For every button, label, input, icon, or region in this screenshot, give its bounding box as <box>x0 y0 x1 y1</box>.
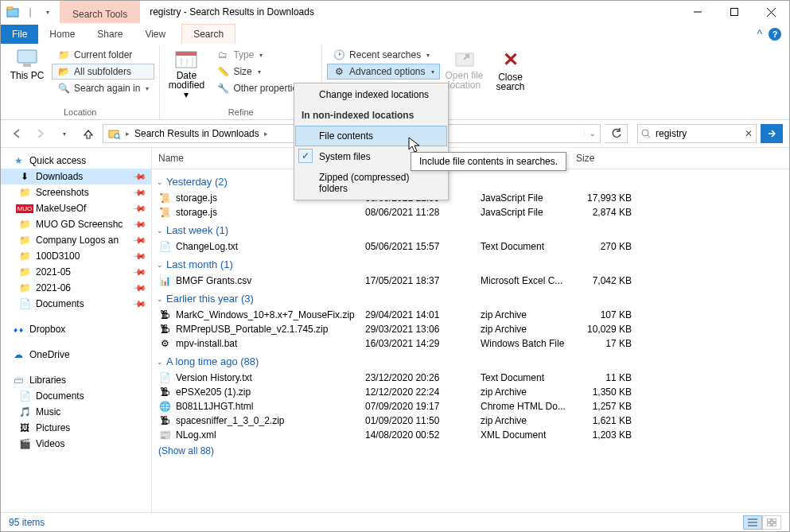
tab-view[interactable]: View <box>134 25 177 44</box>
up-button[interactable] <box>79 124 98 143</box>
collapse-ribbon-icon[interactable]: ^ <box>757 28 762 41</box>
all-subfolders-button[interactable]: 📂 All subfolders <box>52 64 154 80</box>
this-pc-button[interactable]: This PC <box>6 47 49 82</box>
address-history-button[interactable]: ⌄ <box>584 130 600 138</box>
chevron-right-icon[interactable]: ▸ <box>263 130 270 138</box>
sidebar-item[interactable]: 📁100D3100📌 <box>1 248 151 264</box>
refresh-button[interactable] <box>605 124 628 143</box>
sidebar-item[interactable]: 📁2021-05📌 <box>1 264 151 280</box>
open-file-location-button[interactable]: Open file location <box>443 47 486 91</box>
group-header[interactable]: ⌄ A long time ago (88) <box>152 351 789 371</box>
file-icon: 🌐 <box>158 401 171 412</box>
sidebar-library-item[interactable]: 🎬Videos <box>1 436 151 452</box>
address-segment[interactable]: Search Results in Downloads <box>134 128 259 139</box>
col-size[interactable]: Size <box>576 153 640 164</box>
file-name: B081L1JHGT.html <box>176 401 253 412</box>
close-search-button[interactable]: ✕ Close search <box>489 47 532 93</box>
view-details-button[interactable] <box>743 515 762 530</box>
all-subfolders-label: All subfolders <box>74 66 131 77</box>
file-row[interactable]: ⚙mpv-install.bat16/03/2021 14:29Windows … <box>152 336 789 351</box>
tab-home[interactable]: Home <box>38 25 86 44</box>
sidebar-library-item[interactable]: 🎵Music <box>1 404 151 420</box>
file-row[interactable]: 🗜ePSXe205 (1).zip12/12/2020 22:24zip Arc… <box>152 385 789 399</box>
chevron-down-icon: ⌄ <box>157 261 163 269</box>
file-list[interactable]: ⌄ Yesterday (2)📜storage.js08/06/2021 11:… <box>152 169 789 512</box>
group-header[interactable]: ⌄ Last week (1) <box>152 219 789 239</box>
sidebar-item[interactable]: MUOMakeUseOf📌 <box>1 200 151 216</box>
pin-icon: 📌 <box>131 264 146 279</box>
dropbox-icon: ⬧⬧ <box>12 324 25 335</box>
forward-button[interactable] <box>31 124 50 143</box>
sidebar-item[interactable]: 📁2021-06📌 <box>1 280 151 296</box>
date-modified-button[interactable]: Date modified ▾ <box>165 47 208 101</box>
sidebar-library-item[interactable]: 🖼Pictures <box>1 420 151 436</box>
file-row[interactable]: 📜storage.js08/06/2021 11:28JavaScript Fi… <box>152 205 789 219</box>
file-name: Version History.txt <box>176 372 252 383</box>
chevron-right-icon[interactable]: ▸ <box>124 130 131 138</box>
search-go-button[interactable] <box>761 124 783 143</box>
kind-button[interactable]: 🗂 Type▾ <box>211 47 317 63</box>
tab-share[interactable]: Share <box>86 25 134 44</box>
current-folder-button[interactable]: 📁 Current folder <box>52 47 154 63</box>
view-thumbnails-button[interactable] <box>762 515 781 530</box>
group-header[interactable]: ⌄ Earlier this year (3) <box>152 288 789 308</box>
navigation-pane[interactable]: ★ Quick access ⬇Downloads📌📁Screenshots📌M… <box>1 148 152 512</box>
folder-icon: 📁 <box>18 235 31 246</box>
advanced-options-menu[interactable]: Change indexed locations In non-indexed … <box>294 83 449 200</box>
file-row[interactable]: 🗜MarkC_Windows_10+8.x+7_MouseFix.zip29/0… <box>152 308 789 322</box>
file-row[interactable]: 🗜spacesniffer_1_3_0_2.zip01/09/2020 11:5… <box>152 414 789 428</box>
file-row[interactable]: 📄ChangeLog.txt05/06/2021 15:57Text Docum… <box>152 239 789 254</box>
sidebar-quick-access[interactable]: ★ Quick access <box>1 153 151 169</box>
file-type: zip Archive <box>481 386 576 398</box>
search-box[interactable]: registry ✕ <box>637 124 757 143</box>
clear-search-icon[interactable]: ✕ <box>745 128 753 139</box>
group-header[interactable]: ⌄ Yesterday (2) <box>152 171 789 191</box>
qat-dropdown-icon[interactable]: ▾ <box>41 5 55 19</box>
quick-access-toolbar: | ▾ <box>1 1 60 23</box>
sidebar-dropbox[interactable]: ⬧⬧ Dropbox <box>1 321 151 337</box>
properties-icon: 🔧 <box>216 83 229 94</box>
sidebar-item[interactable]: 📁MUO GD Screenshc📌 <box>1 216 151 232</box>
close-button[interactable] <box>753 1 789 23</box>
pin-icon: 📌 <box>131 296 146 311</box>
file-row[interactable]: 🗜RMPrepUSB_Portable_v2.1.745.zip29/03/20… <box>152 322 789 336</box>
file-type: Chrome HTML Do... <box>481 401 576 412</box>
sidebar-item[interactable]: ⬇Downloads📌 <box>1 169 151 184</box>
file-row[interactable]: 🌐B081L1JHGT.html07/09/2020 19:17Chrome H… <box>152 399 789 414</box>
show-all-link[interactable]: (Show all 88) <box>152 442 789 460</box>
sidebar-onedrive[interactable]: ☁ OneDrive <box>1 347 151 363</box>
sidebar-item[interactable]: 📁Screenshots📌 <box>1 184 151 200</box>
advanced-options-button[interactable]: ⚙ Advanced options▾ <box>327 64 439 80</box>
recent-locations-button[interactable]: ▾ <box>55 124 74 143</box>
minimize-button[interactable] <box>679 1 716 23</box>
recent-searches-button[interactable]: 🕑 Recent searches▾ <box>327 47 439 63</box>
sidebar-item[interactable]: 📁Company Logos an📌 <box>1 232 151 248</box>
sidebar-library-item[interactable]: 📄Documents <box>1 388 151 404</box>
folder-icon: 📁 <box>18 266 31 278</box>
kind-label: Type <box>233 49 254 60</box>
help-icon[interactable]: ? <box>769 28 781 41</box>
sidebar-libraries[interactable]: 🗃 Libraries <box>1 372 151 388</box>
search-again-in-button[interactable]: 🔍 Search again in ▾ <box>52 80 154 96</box>
file-row[interactable]: 📄Version History.txt23/12/2020 20:26Text… <box>152 371 789 385</box>
file-row[interactable]: 📰NLog.xml14/08/2020 00:52XML Document1,2… <box>152 428 789 442</box>
file-size: 2,874 KB <box>576 207 640 218</box>
tab-file[interactable]: File <box>1 25 38 44</box>
maximize-button[interactable] <box>716 1 753 23</box>
search-icon: 🔍 <box>57 83 70 94</box>
tab-search[interactable]: Search <box>181 24 235 44</box>
group-header[interactable]: ⌄ Last month (1) <box>152 254 789 274</box>
menu-file-contents[interactable]: File contents <box>295 126 447 146</box>
search-value: registry <box>656 128 687 139</box>
file-name: ChangeLog.txt <box>176 241 238 252</box>
menu-change-indexed-locations[interactable]: Change indexed locations <box>295 84 447 105</box>
file-row[interactable]: 📊BMGF Grants.csv17/05/2021 18:37Microsof… <box>152 274 789 288</box>
doc-icon: 📄 <box>18 298 31 309</box>
sidebar-item[interactable]: 📄Documents📌 <box>1 296 151 312</box>
file-row[interactable]: 📜storage.js08/06/2021 11:39JavaScript Fi… <box>152 191 789 205</box>
file-icon: 📄 <box>158 241 171 252</box>
back-button[interactable] <box>7 124 26 143</box>
size-button[interactable]: 📏 Size▾ <box>211 64 317 80</box>
muo-icon: MUO <box>18 204 31 213</box>
menu-zipped-folders[interactable]: Zipped (compressed) folders <box>295 167 447 199</box>
